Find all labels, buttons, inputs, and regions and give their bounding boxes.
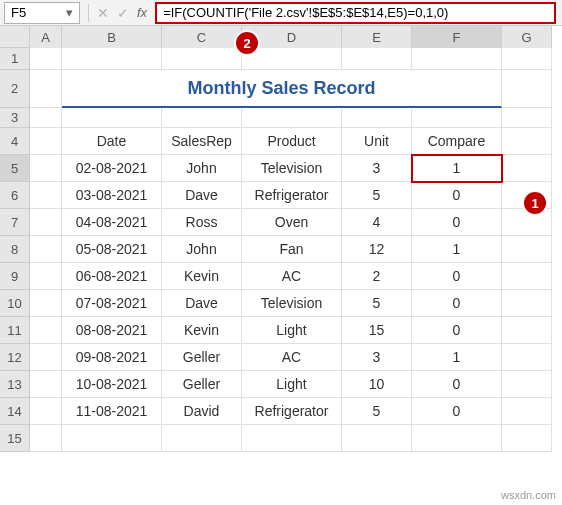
cell[interactable] bbox=[412, 108, 502, 128]
cell-unit[interactable]: 2 bbox=[342, 263, 412, 290]
cell[interactable] bbox=[30, 290, 62, 317]
cell-compare[interactable]: 1 bbox=[412, 236, 502, 263]
title-cell[interactable]: Monthly Sales Record bbox=[62, 70, 502, 108]
row-header-13[interactable]: 13 bbox=[0, 371, 30, 398]
cell[interactable] bbox=[412, 48, 502, 70]
row-header-6[interactable]: 6 bbox=[0, 182, 30, 209]
cell[interactable] bbox=[242, 48, 342, 70]
cell[interactable] bbox=[502, 128, 552, 155]
cell-rep[interactable]: John bbox=[162, 155, 242, 182]
cell-unit[interactable]: 10 bbox=[342, 371, 412, 398]
cell-compare[interactable]: 0 bbox=[412, 398, 502, 425]
cell[interactable] bbox=[30, 182, 62, 209]
cell-date[interactable]: 07-08-2021 bbox=[62, 290, 162, 317]
cell-date[interactable]: 08-08-2021 bbox=[62, 317, 162, 344]
cell[interactable] bbox=[30, 128, 62, 155]
cell[interactable] bbox=[342, 425, 412, 452]
cell-product[interactable]: Television bbox=[242, 290, 342, 317]
cell[interactable] bbox=[62, 425, 162, 452]
cell-date[interactable]: 02-08-2021 bbox=[62, 155, 162, 182]
header-unit[interactable]: Unit bbox=[342, 128, 412, 155]
cell[interactable] bbox=[502, 155, 552, 182]
cell-rep[interactable]: Kevin bbox=[162, 317, 242, 344]
cell[interactable] bbox=[502, 108, 552, 128]
cell[interactable] bbox=[502, 48, 552, 70]
cell-compare[interactable]: 0 bbox=[412, 290, 502, 317]
cell[interactable] bbox=[502, 344, 552, 371]
cell[interactable] bbox=[502, 236, 552, 263]
cell-compare[interactable]: 0 bbox=[412, 317, 502, 344]
select-all-corner[interactable] bbox=[0, 26, 30, 48]
cell-date[interactable]: 10-08-2021 bbox=[62, 371, 162, 398]
cell-date[interactable]: 03-08-2021 bbox=[62, 182, 162, 209]
cell-product[interactable]: Refrigerator bbox=[242, 182, 342, 209]
cell-unit[interactable]: 5 bbox=[342, 398, 412, 425]
cell[interactable] bbox=[30, 209, 62, 236]
cell[interactable] bbox=[30, 48, 62, 70]
cell-compare[interactable]: 0 bbox=[412, 209, 502, 236]
cell-compare[interactable]: 0 bbox=[412, 263, 502, 290]
row-header-7[interactable]: 7 bbox=[0, 209, 30, 236]
cell[interactable] bbox=[62, 108, 162, 128]
cell-compare[interactable]: 0 bbox=[412, 182, 502, 209]
header-compare[interactable]: Compare bbox=[412, 128, 502, 155]
name-box[interactable]: F5 ▾ bbox=[4, 2, 80, 24]
cell-unit[interactable]: 3 bbox=[342, 344, 412, 371]
cell[interactable] bbox=[30, 155, 62, 182]
col-header-E[interactable]: E bbox=[342, 26, 412, 48]
cell[interactable] bbox=[30, 263, 62, 290]
cell-date[interactable]: 05-08-2021 bbox=[62, 236, 162, 263]
row-header-11[interactable]: 11 bbox=[0, 317, 30, 344]
cell[interactable] bbox=[242, 108, 342, 128]
cell[interactable] bbox=[502, 398, 552, 425]
row-header-9[interactable]: 9 bbox=[0, 263, 30, 290]
dropdown-icon[interactable]: ▾ bbox=[66, 5, 73, 20]
fx-icon[interactable]: fx bbox=[137, 5, 147, 20]
cell[interactable] bbox=[30, 70, 62, 108]
cell-compare[interactable]: 0 bbox=[412, 371, 502, 398]
cell-rep[interactable]: Dave bbox=[162, 182, 242, 209]
cell-product[interactable]: AC bbox=[242, 344, 342, 371]
cell[interactable] bbox=[162, 425, 242, 452]
cell[interactable] bbox=[342, 108, 412, 128]
cell-date[interactable]: 11-08-2021 bbox=[62, 398, 162, 425]
cell[interactable] bbox=[502, 290, 552, 317]
row-header-1[interactable]: 1 bbox=[0, 48, 30, 70]
cell-unit[interactable]: 5 bbox=[342, 290, 412, 317]
cell-product[interactable]: Television bbox=[242, 155, 342, 182]
cell-rep[interactable]: Ross bbox=[162, 209, 242, 236]
cell-rep[interactable]: John bbox=[162, 236, 242, 263]
row-header-3[interactable]: 3 bbox=[0, 108, 30, 128]
cell-unit[interactable]: 15 bbox=[342, 317, 412, 344]
cell-rep[interactable]: Geller bbox=[162, 371, 242, 398]
cell[interactable] bbox=[502, 209, 552, 236]
row-header-8[interactable]: 8 bbox=[0, 236, 30, 263]
cell-rep[interactable]: Dave bbox=[162, 290, 242, 317]
cell[interactable] bbox=[30, 108, 62, 128]
cell-compare[interactable]: 1 bbox=[412, 344, 502, 371]
cell[interactable] bbox=[342, 48, 412, 70]
row-header-2[interactable]: 2 bbox=[0, 70, 30, 108]
cell[interactable] bbox=[162, 48, 242, 70]
cell-rep[interactable]: David bbox=[162, 398, 242, 425]
header-salesrep[interactable]: SalesRep bbox=[162, 128, 242, 155]
cell[interactable] bbox=[502, 371, 552, 398]
cell-rep[interactable]: Geller bbox=[162, 344, 242, 371]
cell[interactable] bbox=[502, 70, 552, 108]
cell-date[interactable]: 09-08-2021 bbox=[62, 344, 162, 371]
cell-unit[interactable]: 3 bbox=[342, 155, 412, 182]
cell[interactable] bbox=[30, 236, 62, 263]
cell-product[interactable]: Refrigerator bbox=[242, 398, 342, 425]
cell-rep[interactable]: Kevin bbox=[162, 263, 242, 290]
cell[interactable] bbox=[30, 344, 62, 371]
formula-input[interactable]: =IF(COUNTIF('File 2.csv'!$E$5:$E$14,E5)=… bbox=[155, 2, 556, 24]
header-product[interactable]: Product bbox=[242, 128, 342, 155]
cell-product[interactable]: AC bbox=[242, 263, 342, 290]
cell-date[interactable]: 06-08-2021 bbox=[62, 263, 162, 290]
cell-product[interactable]: Fan bbox=[242, 236, 342, 263]
cell[interactable] bbox=[30, 425, 62, 452]
cell[interactable] bbox=[412, 425, 502, 452]
cell[interactable] bbox=[30, 398, 62, 425]
cell-product[interactable]: Light bbox=[242, 371, 342, 398]
row-header-15[interactable]: 15 bbox=[0, 425, 30, 452]
